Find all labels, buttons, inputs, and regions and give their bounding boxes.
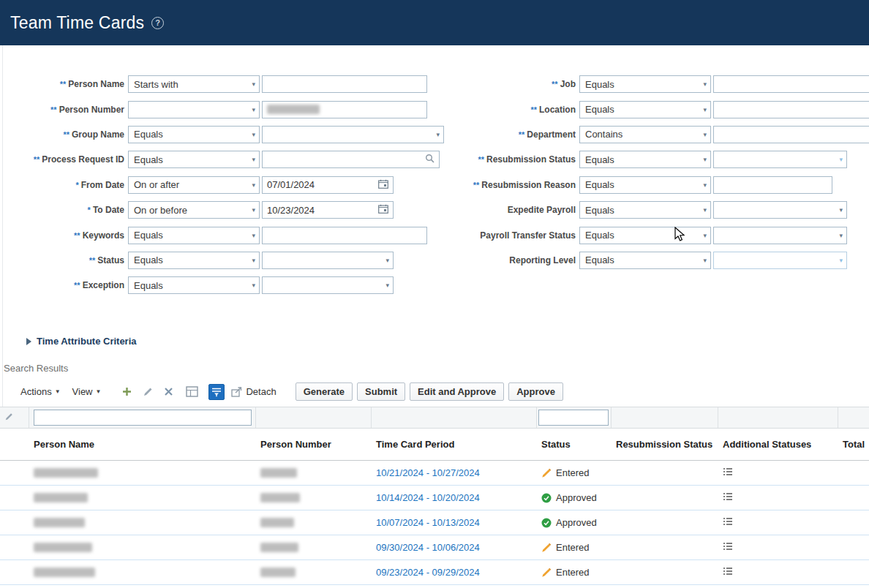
reporting-level-select[interactable]: ▾ — [713, 252, 847, 269]
column-header-person-name[interactable]: Person Name — [29, 429, 256, 460]
table-row[interactable]: 09/23/2024 - 09/29/2024 Entered — [0, 560, 869, 585]
department-row: **Department Contains▾ — [451, 122, 869, 147]
expedite-payroll-select[interactable]: ▾ — [713, 201, 847, 219]
column-header-total[interactable]: Total — [838, 429, 869, 460]
actions-menu[interactable]: Actions▼ — [20, 386, 61, 397]
status-text: Approved — [556, 517, 597, 528]
resubmission-reason-operator-select[interactable]: Equals▾ — [579, 176, 711, 194]
column-header-additional-statuses[interactable]: Additional Statuses — [718, 429, 838, 460]
time-card-period-link[interactable]: 10/14/2024 - 10/20/2024 — [376, 492, 480, 503]
edit-and-approve-button[interactable]: Edit and Approve — [410, 382, 504, 401]
expedite-payroll-row: Expedite Payroll Equals▾ ▾ — [451, 197, 869, 222]
reporting-level-operator-select[interactable]: Equals▾ — [579, 252, 711, 269]
exception-operator-select[interactable]: Equals▾ — [128, 276, 260, 294]
time-card-period-link[interactable]: 09/23/2024 - 09/29/2024 — [376, 567, 480, 578]
qbe-edit-pencil-icon[interactable] — [4, 411, 14, 424]
keywords-input[interactable] — [262, 227, 427, 244]
exception-select[interactable]: ▾ — [262, 276, 394, 294]
table-row[interactable]: 10/21/2024 - 10/27/2024 Entered — [0, 461, 869, 486]
calendar-icon[interactable] — [378, 204, 388, 216]
job-operator-select[interactable]: Equals▾ — [579, 75, 711, 93]
additional-statuses-icon[interactable] — [723, 492, 733, 503]
calendar-icon[interactable] — [378, 179, 388, 191]
from-date-input[interactable]: 07/01/2024 — [262, 176, 394, 194]
to-date-input[interactable]: 10/23/2024 — [262, 201, 394, 219]
detach-icon[interactable] — [231, 387, 243, 397]
group-name-select[interactable]: ▾ — [262, 126, 444, 143]
additional-statuses-icon[interactable] — [723, 567, 733, 578]
table-columns-icon[interactable] — [186, 386, 198, 397]
time-card-period-link[interactable]: 10/21/2024 - 10/27/2024 — [376, 467, 480, 478]
department-operator-select[interactable]: Contains▾ — [579, 126, 711, 143]
person-number-row: **Person Number ▾ — [0, 97, 468, 121]
person-name-filter-input[interactable] — [34, 410, 252, 426]
edit-pencil-icon[interactable] — [143, 386, 154, 397]
status-select[interactable]: ▾ — [262, 252, 394, 269]
results-table: Person Name Person Number Time Card Peri… — [0, 407, 869, 585]
view-menu[interactable]: View▼ — [72, 386, 102, 397]
filter-row — [0, 407, 869, 429]
resubmission-reason-input[interactable] — [713, 176, 832, 194]
from-date-label: *From Date — [0, 180, 124, 190]
person-name-operator-select[interactable]: Starts with▾ — [128, 75, 260, 93]
reporting-level-label: Reporting Level — [451, 255, 576, 265]
chevron-down-icon: ▾ — [703, 232, 707, 239]
team-time-cards-page: Team Time Cards ? **Person Name Starts w… — [0, 0, 869, 588]
person-number-operator-select[interactable]: ▾ — [128, 101, 260, 118]
process-request-id-operator-select[interactable]: Equals▾ — [128, 151, 260, 168]
additional-statuses-icon[interactable] — [723, 467, 733, 478]
generate-button[interactable]: Generate — [296, 382, 353, 401]
chevron-down-icon: ▾ — [703, 206, 707, 214]
status-filter-input[interactable] — [538, 410, 609, 426]
table-row[interactable]: 10/14/2024 - 10/20/2024 Approved — [0, 486, 869, 510]
payroll-transfer-status-select[interactable]: ▾ — [713, 227, 847, 244]
table-row[interactable]: 10/07/2024 - 10/13/2024 Approved — [0, 510, 869, 535]
column-header-status[interactable]: Status — [537, 429, 612, 460]
location-input[interactable] — [713, 101, 869, 118]
job-row: **Job Equals▾ — [451, 72, 869, 97]
add-icon[interactable] — [121, 386, 132, 397]
query-by-example-icon[interactable] — [208, 384, 225, 400]
status-operator-select[interactable]: Equals▾ — [128, 252, 260, 269]
status-text: Entered — [556, 542, 590, 553]
group-name-operator-select[interactable]: Equals▾ — [128, 126, 260, 143]
resubmission-status-select[interactable]: ▾ — [713, 151, 847, 168]
time-attribute-criteria-toggle[interactable]: Time Attribute Criteria — [26, 336, 137, 347]
from-date-operator-select[interactable]: On or after▾ — [128, 176, 260, 194]
column-header-time-card-period[interactable]: Time Card Period — [372, 429, 537, 460]
chevron-down-icon: ▾ — [703, 131, 707, 138]
detach-button[interactable]: Detach — [246, 386, 276, 397]
status-text: Entered — [556, 467, 590, 478]
table-row[interactable]: 09/30/2024 - 10/06/2024 Entered — [0, 535, 869, 560]
status-label: **Status — [0, 255, 124, 265]
person-number-input[interactable] — [262, 101, 427, 118]
chevron-down-icon: ▾ — [252, 206, 255, 214]
help-icon[interactable]: ? — [151, 17, 164, 29]
process-request-id-search-field[interactable] — [262, 151, 440, 168]
process-request-id-label: **Process Request ID — [0, 154, 124, 165]
delete-x-icon[interactable] — [164, 387, 173, 396]
job-input[interactable] — [713, 75, 869, 93]
additional-statuses-icon[interactable] — [723, 517, 733, 528]
app-header: Team Time Cards ? — [0, 0, 869, 45]
search-icon[interactable] — [425, 154, 434, 165]
chevron-down-icon: ▾ — [703, 257, 707, 264]
time-card-period-link[interactable]: 09/30/2024 - 10/06/2024 — [376, 542, 480, 553]
keywords-operator-select[interactable]: Equals▾ — [128, 227, 260, 244]
additional-statuses-icon[interactable] — [723, 542, 733, 553]
time-card-period-link[interactable]: 10/07/2024 - 10/13/2024 — [376, 517, 480, 528]
column-header-resubmission-status[interactable]: Resubmission Status — [612, 429, 718, 460]
payroll-transfer-status-row: Payroll Transfer Status Equals▾ ▾ — [451, 222, 869, 247]
payroll-transfer-status-operator-select[interactable]: Equals▾ — [579, 227, 711, 244]
chevron-down-icon: ▾ — [703, 181, 707, 189]
approve-button[interactable]: Approve — [508, 382, 563, 401]
to-date-operator-select[interactable]: On or before▾ — [128, 201, 260, 219]
column-header-person-number[interactable]: Person Number — [256, 429, 372, 460]
person-name-input[interactable] — [262, 75, 427, 93]
redacted-person-number-value — [267, 105, 320, 114]
location-operator-select[interactable]: Equals▾ — [579, 101, 711, 118]
submit-button[interactable]: Submit — [357, 382, 405, 401]
resubmission-status-operator-select[interactable]: Equals▾ — [579, 151, 711, 168]
department-input[interactable] — [713, 126, 869, 143]
expedite-payroll-operator-select[interactable]: Equals▾ — [579, 201, 711, 219]
